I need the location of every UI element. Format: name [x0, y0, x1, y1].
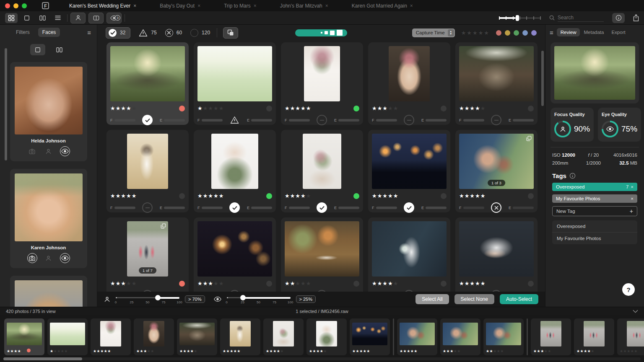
- star-rating[interactable]: ★★★★★: [459, 193, 486, 199]
- select-all-button[interactable]: Select All: [415, 294, 449, 304]
- star-icon[interactable]: ★: [219, 193, 224, 199]
- star-icon[interactable]: ★: [121, 105, 126, 111]
- accept-button[interactable]: [142, 115, 153, 125]
- photo-card[interactable]: ★★★★★FE: [455, 217, 538, 300]
- star-icon[interactable]: ★: [500, 349, 504, 353]
- warning-button[interactable]: [229, 115, 240, 125]
- list-view-button[interactable]: [52, 13, 64, 23]
- star-icon[interactable]: ★: [313, 349, 317, 353]
- face-camera-button[interactable]: [27, 146, 37, 156]
- color-label-filter[interactable]: [496, 30, 501, 36]
- zoom-slider-handle[interactable]: [516, 15, 519, 21]
- star-icon[interactable]: ★: [301, 280, 306, 287]
- star-icon[interactable]: ★: [393, 280, 399, 287]
- star-icon[interactable]: ★: [372, 280, 377, 287]
- star-icon[interactable]: ★: [447, 349, 450, 353]
- thumbnail-image[interactable]: [400, 323, 435, 345]
- photo-card[interactable]: ★★★★★FE: [106, 130, 189, 212]
- star-icon[interactable]: ★: [323, 349, 327, 353]
- window-tab[interactable]: John's Bar Mitzvah×: [280, 3, 328, 9]
- thumbnail-image[interactable]: [50, 323, 85, 345]
- photo-card[interactable]: ★★★★★FE: [368, 42, 450, 125]
- star-icon[interactable]: ★: [219, 280, 224, 287]
- single-face-view-button[interactable]: [30, 44, 45, 55]
- star-icon[interactable]: ★: [382, 105, 388, 111]
- star-icon[interactable]: ★: [110, 105, 116, 111]
- photo-card[interactable]: ★★★★★FE: [281, 130, 363, 212]
- remove-tag-icon[interactable]: ×: [631, 184, 634, 189]
- star-icon[interactable]: ★: [459, 280, 465, 287]
- star-icon[interactable]: ★: [126, 280, 132, 287]
- star-rating[interactable]: ★★★★★: [443, 348, 461, 354]
- star-icon[interactable]: ★: [93, 349, 97, 353]
- star-icon[interactable]: ★: [459, 193, 465, 199]
- photo-thumbnail[interactable]: [459, 221, 534, 277]
- photo-card[interactable]: ★★★★★FE: [194, 130, 276, 212]
- star-icon[interactable]: ★: [580, 349, 584, 353]
- undecided-button[interactable]: [142, 202, 153, 213]
- color-label-dot[interactable]: [179, 106, 185, 111]
- tab-close-icon[interactable]: ×: [325, 3, 328, 9]
- tag-suggestion[interactable]: My Favourite Photos: [552, 233, 637, 244]
- eye-threshold-value[interactable]: > 25%: [296, 295, 316, 303]
- star-icon[interactable]: ★: [100, 349, 104, 353]
- face-eye-button[interactable]: [60, 253, 70, 263]
- preview-image[interactable]: [554, 46, 635, 100]
- color-label-filter[interactable]: [505, 30, 510, 36]
- filmstrip-thumbnail[interactable]: ★★★★★: [397, 318, 437, 355]
- star-icon[interactable]: ★: [213, 280, 219, 287]
- thumbnail-image[interactable]: [273, 321, 294, 346]
- star-icon[interactable]: ★: [450, 349, 454, 353]
- duplicates-filter-button[interactable]: [223, 27, 238, 39]
- star-icon[interactable]: ★: [213, 105, 219, 111]
- star-icon[interactable]: ★: [480, 280, 486, 287]
- star-rating[interactable]: ★★★★★: [110, 193, 137, 199]
- star-icon[interactable]: ★: [223, 349, 226, 353]
- filmstrip-thumbnail[interactable]: ★★★★★: [263, 318, 304, 355]
- star-icon[interactable]: ★: [203, 280, 208, 287]
- color-label-dot[interactable]: [266, 106, 272, 111]
- star-icon[interactable]: ★: [490, 349, 493, 353]
- star-icon[interactable]: ★: [591, 349, 595, 353]
- star-icon[interactable]: ★: [316, 349, 320, 353]
- color-label-dot[interactable]: [353, 193, 359, 199]
- star-icon[interactable]: ★: [623, 349, 627, 353]
- photo-thumbnail[interactable]: [285, 221, 359, 277]
- filmstrip-thumbnail[interactable]: ★★★★★: [134, 318, 174, 355]
- thumbnail-image[interactable]: [627, 321, 644, 346]
- focus-threshold-value[interactable]: > 70%: [185, 295, 205, 303]
- star-icon[interactable]: ★: [143, 349, 147, 353]
- auto-select-button[interactable]: Auto-Select: [500, 294, 538, 304]
- filmstrip-thumbnail[interactable]: ★★★★★: [350, 318, 390, 355]
- star-icon[interactable]: ★: [50, 349, 54, 353]
- star-icon[interactable]: ★: [237, 349, 241, 353]
- color-label-dot[interactable]: [441, 106, 447, 111]
- star-icon[interactable]: ★: [194, 349, 197, 353]
- color-label-filter[interactable]: [522, 30, 528, 36]
- star-icon[interactable]: ★: [359, 349, 363, 353]
- star-icon[interactable]: ★: [116, 280, 121, 287]
- star-icon[interactable]: ★: [273, 349, 277, 353]
- filmstrip-thumbnail[interactable]: ★★★★★: [47, 318, 88, 355]
- star-rating[interactable]: ★★★★★: [576, 348, 595, 354]
- photo-thumbnail[interactable]: 1 of 7: [127, 221, 168, 277]
- star-icon[interactable]: ★: [443, 349, 447, 353]
- color-label-dot[interactable]: [528, 106, 534, 111]
- star-rating[interactable]: ★★★★★: [136, 348, 154, 354]
- star-icon[interactable]: ★: [219, 105, 224, 111]
- sort-dropdown[interactable]: Capture Time ▲▼: [412, 28, 455, 37]
- star-icon[interactable]: ★: [459, 105, 465, 111]
- star-icon[interactable]: ★: [414, 349, 418, 353]
- star-icon[interactable]: ★: [627, 349, 631, 353]
- star-icon[interactable]: ★: [132, 193, 137, 199]
- single-view-button[interactable]: [21, 13, 33, 23]
- star-icon[interactable]: ★: [295, 193, 301, 199]
- select-none-button[interactable]: Select None: [454, 294, 494, 304]
- filmstrip-thumbnail[interactable]: ★★★★★: [306, 318, 347, 355]
- photo-thumbnail[interactable]: [211, 134, 258, 189]
- photo-thumbnail[interactable]: [459, 46, 534, 101]
- panel-tab-export[interactable]: Export: [608, 28, 629, 36]
- star-icon[interactable]: ★: [126, 193, 132, 199]
- star-rating[interactable]: ★★★★★: [266, 348, 284, 354]
- face-photo[interactable]: [15, 67, 83, 134]
